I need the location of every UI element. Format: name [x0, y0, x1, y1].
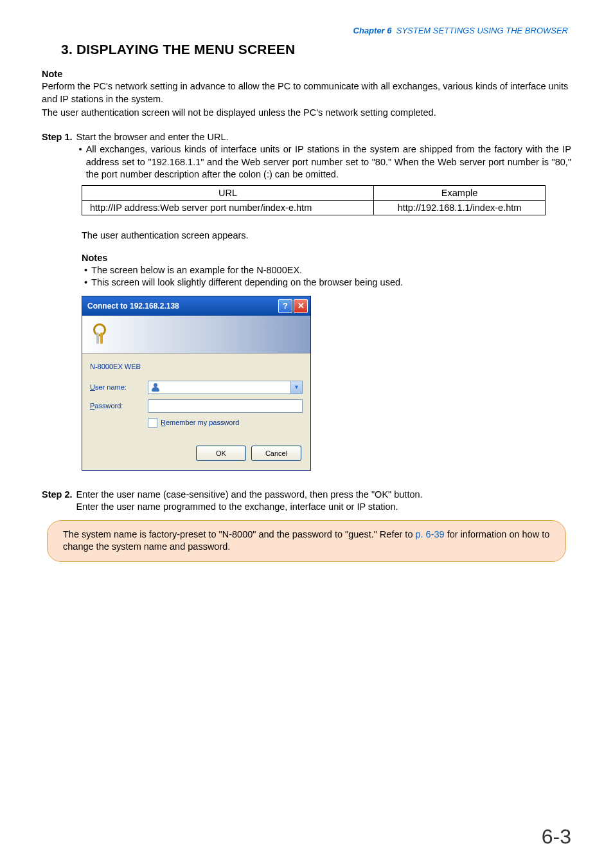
password-input[interactable] [148, 399, 303, 413]
notes-bullet-1: The screen below is an example for the N… [91, 264, 571, 277]
section-title: 3. DISPLAYING THE MENU SCREEN [61, 42, 571, 57]
chapter-title: SYSTEM SETTINGS USING THE BROWSER [396, 26, 568, 35]
dialog-title: Connect to 192.168.2.138 [87, 302, 277, 311]
step-2-line-1: Enter the user name (case-sensitive) and… [76, 489, 571, 502]
notes-bullet-2: This screen will look slightly different… [91, 276, 571, 289]
help-icon[interactable]: ? [278, 299, 292, 313]
step-2-line-2: Enter the user name programmed to the ex… [76, 501, 571, 514]
dialog-header-strip [82, 316, 310, 354]
cancel-button[interactable]: Cancel [251, 446, 301, 461]
username-label: User name: [90, 383, 148, 391]
url-table-header-url: URL [82, 185, 374, 200]
running-header: Chapter 6 SYSTEM SETTINGS USING THE BROW… [42, 26, 568, 35]
step-1-bullet: All exchanges, various kinds of interfac… [86, 143, 571, 181]
keys-icon [89, 321, 114, 347]
step-1-lead: Start the browser and enter the URL. [76, 131, 571, 144]
page-reference-link[interactable]: p. 6-39 [415, 529, 444, 539]
url-table-cell-example: http://192.168.1.1/index-e.htm [374, 200, 546, 215]
bullet-dot-icon: • [84, 264, 91, 277]
note-body-2: The user authentication screen will not … [42, 107, 571, 120]
step-2-label: Step 2. [42, 489, 76, 514]
ok-button[interactable]: OK [196, 446, 246, 461]
person-icon [151, 383, 160, 392]
dialog-titlebar: Connect to 192.168.2.138 ? ✕ [82, 296, 310, 316]
callout-box: The system name is factory-preset to "N-… [47, 520, 566, 562]
chevron-down-icon[interactable]: ▼ [290, 381, 302, 393]
url-table: URL Example http://IP address:Web server… [82, 185, 546, 215]
step-2: Step 2. Enter the user name (case-sensit… [42, 489, 571, 514]
password-label: Password: [90, 402, 148, 410]
auth-appears-text: The user authentication screen appears. [82, 230, 571, 242]
step-1-label: Step 1. [42, 131, 76, 181]
notes-heading: Notes [82, 253, 571, 263]
step-1: Step 1. Start the browser and enter the … [42, 131, 571, 181]
dialog-realm: N-8000EX WEB [90, 363, 303, 370]
callout-text-a: The system name is factory-preset to "N-… [63, 529, 415, 539]
remember-password-checkbox[interactable] [148, 418, 157, 428]
bullet-dot-icon: • [79, 143, 86, 181]
url-table-header-example: Example [374, 185, 546, 200]
chapter-label: Chapter 6 [353, 26, 392, 35]
note-body-1: Perform the PC's network setting in adva… [42, 80, 571, 105]
note-heading: Note [42, 69, 571, 79]
username-input[interactable] [148, 381, 303, 394]
remember-password-label: Remember my password [161, 419, 239, 426]
close-icon[interactable]: ✕ [294, 299, 308, 313]
page-number: 6-3 [542, 825, 571, 849]
bullet-dot-icon: • [84, 276, 91, 289]
auth-dialog: Connect to 192.168.2.138 ? ✕ N-8000EX WE… [82, 296, 311, 471]
url-table-cell-url: http://IP address:Web server port number… [82, 200, 374, 215]
